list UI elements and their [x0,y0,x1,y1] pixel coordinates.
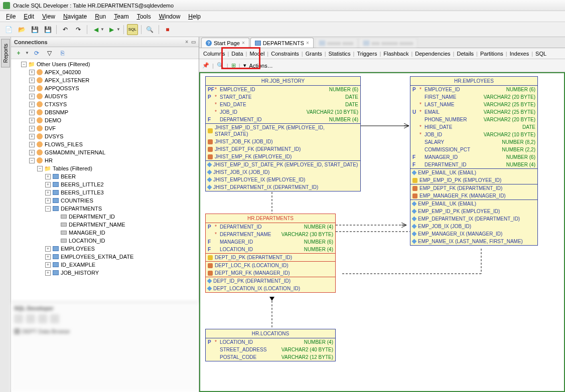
subtab-sql[interactable]: SQL [533,49,548,58]
entity-hr-locations[interactable]: HR.LOCATIONSP*LOCATION_IDNUMBER (4)STREE… [205,329,336,361]
minimize-icon[interactable]: ▭ [191,39,196,45]
tree-toggle-icon[interactable]: − [45,206,51,212]
menu-run[interactable]: Run [91,13,110,20]
tree-table-employees_extra_date[interactable]: +EMPLOYEES_EXTRA_DATE [11,253,199,261]
menu-navigate[interactable]: Navigate [59,13,91,20]
tree-table-id_example[interactable]: +ID_EXAMPLE [11,261,199,269]
menu-edit[interactable]: Edit [20,13,38,20]
menu-tools[interactable]: Tools [133,13,155,20]
tree-toggle-icon[interactable]: + [29,150,35,155]
zoom-icon[interactable]: 🔍 [217,62,224,69]
menu-view[interactable]: View [38,13,59,20]
tree-toggle-icon[interactable]: + [29,142,35,147]
dropdown-caret-icon[interactable]: ▼ [100,27,104,32]
subtab-triggers[interactable]: Triggers [355,49,379,58]
tree-view-icon[interactable]: ⊞ [231,62,236,69]
close-icon[interactable]: × [306,40,309,46]
tree-user-demo[interactable]: +DEMO [11,116,199,124]
tree-toggle-icon[interactable]: + [29,78,35,83]
subtab-indexes[interactable]: Indexes [508,49,531,58]
open-icon[interactable]: 📂 [16,24,27,35]
tree-user-dbsnmp[interactable]: +DBSNMP [11,108,199,116]
start-page-tab[interactable]: ?Start Page× [201,38,249,48]
tree-user-flows_files[interactable]: +FLOWS_FILES [11,140,199,148]
close-icon[interactable]: × [185,39,188,45]
tree-toggle-icon[interactable]: + [45,182,51,187]
forward-icon[interactable]: ▶ [106,24,117,35]
undo-icon[interactable]: ↶ [60,24,71,35]
departments-tab[interactable]: DEPARTMENTS× [250,38,314,48]
actions-link[interactable]: Actions… [249,63,273,69]
tree-toggle-icon[interactable]: + [29,70,35,75]
entity-hr-departments[interactable]: HR.DEPARTMENTSP*DEPARTMENT_IDNUMBER (4)*… [205,214,336,293]
subtab-details[interactable]: Details [455,49,476,58]
subtab-constraints[interactable]: Constraints [269,49,301,58]
tree-tables[interactable]: −📁Tables (Filtered) [11,164,199,172]
tree-toggle-icon[interactable]: + [29,118,35,123]
tree-col-department_name[interactable]: DEPARTMENT_NAME [11,221,199,229]
tree-col-manager_id[interactable]: MANAGER_ID [11,229,199,237]
subtab-flashback[interactable]: Flashback [381,49,410,58]
tree-toggle-icon[interactable]: + [29,86,35,91]
tree-table-beer[interactable]: +BEER [11,172,199,180]
tree-user-apex_040200[interactable]: +APEX_040200 [11,68,199,76]
tree-user-audsys[interactable]: +AUDSYS [11,92,199,100]
tree-toggle-icon[interactable]: + [29,102,35,107]
close-icon[interactable]: × [242,40,245,46]
tree-toggle-icon[interactable]: + [45,270,51,276]
tree-user-dvf[interactable]: +DVF [11,124,199,132]
subtab-statistics[interactable]: Statistics [327,49,353,58]
tree-toggle-icon[interactable]: + [29,94,35,99]
redo-icon[interactable]: ↷ [73,24,84,35]
save-all-icon[interactable]: 💾 [42,24,53,35]
tree-toggle-icon[interactable]: + [29,126,35,131]
new-icon[interactable]: 📄 [3,24,14,35]
dropdown-caret-icon[interactable]: ▾ [243,62,246,69]
tree-user-appqossys[interactable]: +APPQOSSYS [11,84,199,92]
tree-table-beers_little3[interactable]: +BEERS_LITTLE3 [11,188,199,197]
filter-icon[interactable]: ▽ [44,48,55,59]
tree-toggle-icon[interactable]: + [45,246,51,252]
tree-user-gsmadmin_internal[interactable]: +GSMADMIN_INTERNAL [11,148,199,156]
tree-user-apex_listener[interactable]: +APEX_LISTENER [11,76,199,84]
subtab-dependencies[interactable]: Dependencies [413,49,452,58]
dropdown-caret-icon[interactable]: ▼ [116,27,120,32]
tree-toggle-icon[interactable]: + [45,254,51,260]
tree-table-job_history[interactable]: +JOB_HISTORY [11,269,199,277]
tree-col-department_id[interactable]: DEPARTMENT_ID [11,213,199,221]
menu-window[interactable]: Window [155,13,185,20]
tree-toggle-icon[interactable]: + [45,174,51,179]
tree-toggle-icon[interactable]: + [45,198,51,204]
tree-table-beers_little2[interactable]: +BEERS_LITTLE2 [11,180,199,188]
pin-icon[interactable]: 📌 [202,62,209,69]
tree-toggle-icon[interactable]: + [29,134,35,139]
subtab-model[interactable]: Model [247,49,266,58]
subtab-columns[interactable]: Columns [201,49,227,58]
entity-hr-job_history[interactable]: HR.JOB_HISTORYPF*EMPLOYEE_IDNUMBER (6)P*… [205,76,361,191]
tree-table-departments[interactable]: −DEPARTMENTS [11,205,199,213]
stop-icon[interactable]: ■ [162,24,173,35]
model-diagram[interactable]: HR.JOB_HISTORYPF*EMPLOYEE_IDNUMBER (6)P*… [199,72,565,392]
tree-toggle-icon[interactable]: + [29,110,35,115]
add-icon[interactable]: + [13,48,24,59]
tree-other-users[interactable]: −📁Other Users (Filtered) [11,60,199,68]
refresh-icon[interactable]: ⟳ [31,48,42,59]
connections-tree[interactable]: −📁Other Users (Filtered)+APEX_040200+APE… [11,59,199,302]
menu-help[interactable]: Help [184,13,205,20]
subtab-grants[interactable]: Grants [304,49,324,58]
tree-toggle-icon[interactable]: − [37,166,43,171]
sql-icon[interactable]: SQL [127,24,138,35]
tree-toggle-icon[interactable]: − [21,62,27,67]
tree-toggle-icon[interactable]: + [45,262,51,268]
tree-toggle-icon[interactable]: + [45,190,51,195]
export-icon[interactable]: ⎘ [57,48,68,59]
menu-team[interactable]: Team [110,13,132,20]
entity-hr-employees[interactable]: HR.EMPLOYEESP*EMPLOYEE_IDNUMBER (6)FIRST… [410,76,538,246]
tree-user-dvsys[interactable]: +DVSYS [11,132,199,140]
tree-toggle-icon[interactable]: − [29,158,35,163]
save-icon[interactable]: 💾 [29,24,40,35]
back-icon[interactable]: ◀ [90,24,101,35]
reports-tab[interactable]: Reports [1,39,10,68]
tree-table-countries[interactable]: +COUNTRIES [11,197,199,205]
tree-col-location_id[interactable]: LOCATION_ID [11,237,199,245]
